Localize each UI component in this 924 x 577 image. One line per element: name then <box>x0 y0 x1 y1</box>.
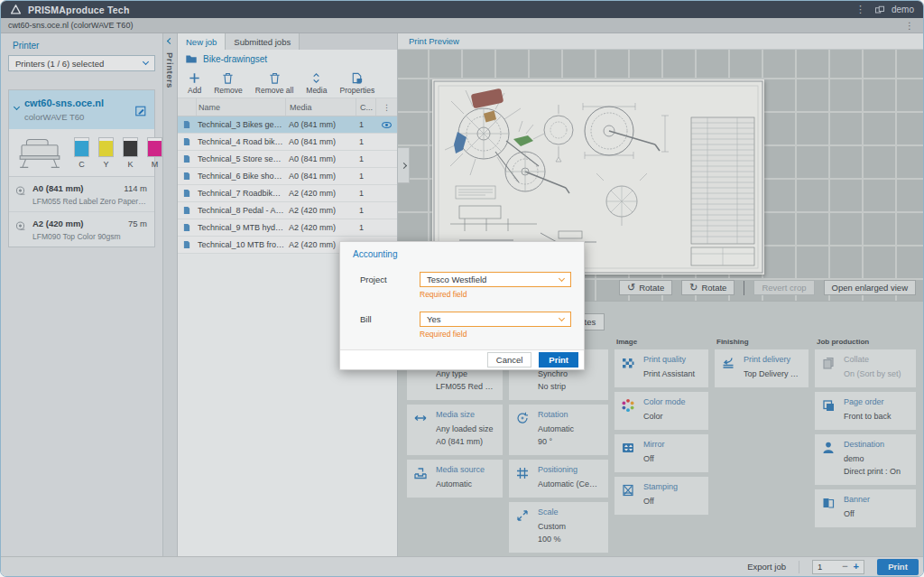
open-enlarged-view-button[interactable]: Open enlarged view <box>824 280 917 295</box>
printer-selector[interactable]: Printers (1 / 6) selected <box>8 55 155 71</box>
eye-icon[interactable] <box>375 116 397 133</box>
context-bar: cwt60-sns.oce.nl (colorWAVE T60) ⋮ <box>1 18 923 33</box>
column-menu-icon[interactable]: ⋮ <box>375 98 397 116</box>
export-job-button[interactable]: Export job <box>735 561 799 573</box>
add-button[interactable]: Add <box>183 71 206 95</box>
printer-card[interactable]: cwt60-sns.oce.nl colorWAVE T60 <box>8 89 155 247</box>
tab-new-job[interactable]: New job <box>178 33 226 50</box>
edit-printer-icon[interactable] <box>134 105 147 122</box>
ink-yellow: Y <box>98 137 114 169</box>
mirror-icon <box>621 440 637 466</box>
printers-vertical-tab[interactable]: Printers <box>165 52 175 88</box>
roll-size: A0 (841 mm) <box>32 183 124 193</box>
titlebar-menu-icon[interactable]: ⋮ <box>853 5 868 14</box>
bill-select[interactable]: Yes <box>420 312 571 327</box>
tile-banner[interactable]: Banner Off <box>815 489 916 527</box>
printer-card-header[interactable]: cwt60-sns.oce.nl colorWAVE T60 <box>9 90 154 129</box>
table-row[interactable]: Technical_5 Store section Side ... A0 (8… <box>178 151 397 168</box>
printer-model: colorWAVE T60 <box>24 112 129 122</box>
destination-user-icon <box>821 440 837 479</box>
remove-button[interactable]: Remove <box>209 71 247 95</box>
scale-icon <box>515 507 531 546</box>
printer-panel: Printer Printers (1 / 6) selected cwt60-… <box>1 33 163 556</box>
tile-stamping[interactable]: Stamping Off <box>614 477 708 515</box>
rotate-left-button[interactable]: ↺ Rotate <box>619 280 672 295</box>
settings-groups: Media Media type Any type LFM055 Red Lab… <box>407 338 919 557</box>
group-image: Image Print quality Print Assistant Co <box>614 338 708 557</box>
properties-icon <box>350 71 364 85</box>
copies-stepper[interactable]: 1 − + <box>812 560 864 574</box>
increment-icon[interactable]: + <box>854 562 859 572</box>
expand-panel-handle[interactable] <box>398 147 410 183</box>
chevron-down-icon <box>559 314 565 321</box>
user-name[interactable]: demo <box>892 5 914 14</box>
ink-cyan: C <box>74 137 89 169</box>
copies-value[interactable]: 1 <box>818 562 836 572</box>
tile-rotation[interactable]: Rotation Automatic 90 ° <box>509 405 608 455</box>
tile-positioning[interactable]: Positioning Automatic (Center),N... <box>509 460 608 498</box>
tile-scale[interactable]: Scale Custom 100 % <box>509 502 608 553</box>
printer-illustration-icon <box>16 135 63 171</box>
tile-media-source[interactable]: Media source Automatic <box>407 460 503 498</box>
bill-select-value: Yes <box>427 314 441 324</box>
app-title: PRISMAproduce Tech <box>28 5 846 15</box>
rotate-right-button[interactable]: ↻ Rotate <box>681 280 735 295</box>
job-table-header: Name Media C... ⋮ <box>178 98 397 116</box>
header-name[interactable]: Name <box>196 98 285 116</box>
group-job-production: Job production Collate On (Sort by set) <box>815 338 916 557</box>
header-media[interactable]: Media <box>285 98 356 116</box>
tile-collate: Collate On (Sort by set) <box>815 349 916 387</box>
table-row[interactable]: Technical_4 Road bike frame - ... A0 (84… <box>178 134 397 151</box>
tile-color-mode[interactable]: Color mode Color <box>614 392 708 430</box>
rotation-icon <box>515 410 531 449</box>
tile-print-delivery[interactable]: Print delivery Top Delivery Tray (TDT) <box>715 349 808 387</box>
switch-user-icon[interactable] <box>874 5 885 15</box>
properties-button[interactable]: Properties <box>335 71 379 95</box>
document-icon <box>178 172 196 181</box>
tile-print-quality[interactable]: Print quality Print Assistant <box>614 349 708 387</box>
printers-collapse-strip[interactable]: Printers <box>163 33 178 556</box>
preview-actions: ↺ Rotate ↻ Rotate Revert crop Open enlar… <box>619 280 916 295</box>
roll-icon <box>14 220 26 241</box>
title-bar: PRISMAproduce Tech ⋮ demo <box>1 1 923 18</box>
printer-selector-value: Printers (1 / 6) selected <box>15 59 104 69</box>
roll-remaining: 75 m <box>128 219 147 228</box>
tile-page-order[interactable]: Page order Front to back <box>815 392 916 430</box>
roll-icon <box>14 185 26 206</box>
collapse-chevron-icon[interactable] <box>14 104 20 110</box>
roll-remaining: 114 m <box>124 183 147 193</box>
print-button-dialog[interactable]: Print <box>539 352 578 368</box>
decrement-icon[interactable]: − <box>842 562 847 572</box>
preview-title: Print Preview <box>409 36 459 46</box>
group-layout: Layout Cut size Synchro No strip <box>509 338 608 557</box>
cancel-button[interactable]: Cancel <box>487 352 532 368</box>
print-delivery-icon <box>721 355 737 381</box>
rotate-left-icon: ↺ <box>627 283 635 293</box>
collapse-left-icon[interactable] <box>167 38 173 44</box>
tile-destination[interactable]: Destination demo Direct print : On <box>815 434 916 485</box>
table-row[interactable]: Technical_8 Pedal - A2 - CeeCe... A2 (42… <box>178 202 397 219</box>
context-menu-icon[interactable]: ⋮ <box>903 21 916 31</box>
swap-vertical-icon <box>310 71 323 85</box>
tile-mirror[interactable]: Mirror Off <box>614 434 708 472</box>
tab-submitted-jobs[interactable]: Submitted jobs <box>226 33 300 50</box>
media-button[interactable]: Media <box>301 71 331 95</box>
printer-panel-label: Printer <box>13 41 155 51</box>
project-select[interactable]: Tesco Westfield <box>420 272 571 287</box>
table-row[interactable]: Technical_3 Bikes gear assemb... A0 (841… <box>178 116 397 134</box>
ink-magenta: M <box>147 137 162 169</box>
table-row[interactable]: Technical_7 Roadbike handle a... A2 (420… <box>178 185 397 202</box>
app-logo-icon <box>10 4 22 15</box>
header-copies[interactable]: C... <box>356 98 375 116</box>
document-icon <box>178 189 196 198</box>
ink-black: K <box>123 137 138 169</box>
table-row[interactable]: Technical_9 MTB hydraulic bra... A2 (420… <box>178 219 397 237</box>
print-button-main[interactable]: Print <box>877 559 919 575</box>
page-order-icon <box>821 397 837 423</box>
tile-media-size[interactable]: Media size Any loaded size A0 (841 mm) <box>407 405 503 455</box>
printer-context: cwt60-sns.oce.nl (colorWAVE T60) <box>8 21 133 30</box>
remove-all-button[interactable]: Remove all <box>251 71 299 95</box>
table-row[interactable]: Technical_6 Bike shop - A1 - C... A0 (84… <box>178 168 397 185</box>
project-label: Project <box>360 272 420 299</box>
job-toolbar: Add Remove Remove all Media Properties <box>178 68 397 98</box>
